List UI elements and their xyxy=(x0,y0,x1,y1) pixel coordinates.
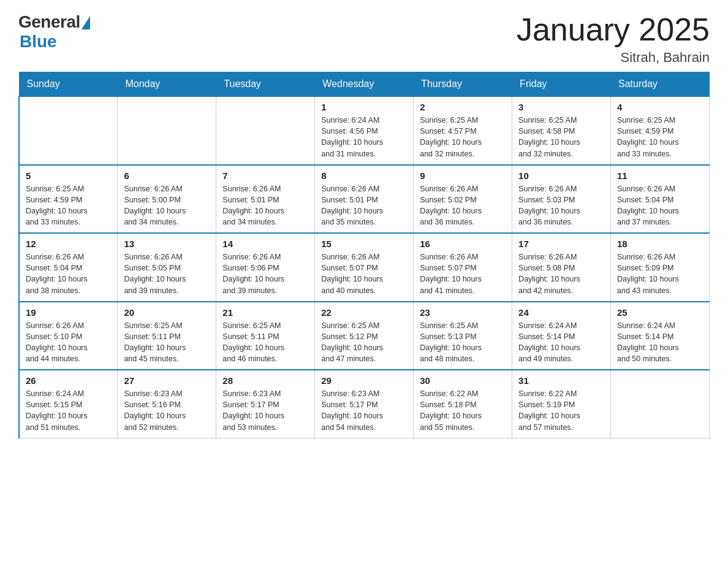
week-row-2: 5Sunrise: 6:25 AM Sunset: 4:59 PM Daylig… xyxy=(19,165,710,234)
day-info: Sunrise: 6:26 AM Sunset: 5:04 PM Dayligh… xyxy=(617,183,703,228)
day-info: Sunrise: 6:26 AM Sunset: 5:07 PM Dayligh… xyxy=(420,251,506,296)
logo-triangle-icon xyxy=(82,16,90,29)
calendar-cell: 27Sunrise: 6:23 AM Sunset: 5:16 PM Dayli… xyxy=(118,370,216,438)
calendar-header-monday: Monday xyxy=(118,72,216,97)
day-number: 11 xyxy=(617,170,703,181)
calendar-cell: 21Sunrise: 6:25 AM Sunset: 5:11 PM Dayli… xyxy=(216,302,315,370)
day-info: Sunrise: 6:24 AM Sunset: 5:14 PM Dayligh… xyxy=(617,320,703,365)
day-number: 7 xyxy=(222,170,308,181)
day-info: Sunrise: 6:25 AM Sunset: 4:58 PM Dayligh… xyxy=(518,115,604,159)
day-info: Sunrise: 6:25 AM Sunset: 5:12 PM Dayligh… xyxy=(321,320,407,365)
day-number: 22 xyxy=(321,307,407,318)
day-info: Sunrise: 6:25 AM Sunset: 4:59 PM Dayligh… xyxy=(26,183,111,228)
day-number: 9 xyxy=(420,170,506,181)
calendar-cell: 2Sunrise: 6:25 AM Sunset: 4:57 PM Daylig… xyxy=(414,96,512,165)
day-info: Sunrise: 6:25 AM Sunset: 4:57 PM Dayligh… xyxy=(420,115,506,159)
calendar-cell xyxy=(19,96,118,165)
calendar-header-row: SundayMondayTuesdayWednesdayThursdayFrid… xyxy=(19,72,710,97)
calendar-cell xyxy=(611,370,710,438)
day-info: Sunrise: 6:26 AM Sunset: 5:10 PM Dayligh… xyxy=(26,320,111,365)
day-number: 12 xyxy=(26,239,111,249)
calendar-cell: 6Sunrise: 6:26 AM Sunset: 5:00 PM Daylig… xyxy=(118,165,216,234)
day-info: Sunrise: 6:24 AM Sunset: 4:56 PM Dayligh… xyxy=(321,115,407,159)
calendar-cell: 23Sunrise: 6:25 AM Sunset: 5:13 PM Dayli… xyxy=(414,302,512,370)
calendar-cell: 19Sunrise: 6:26 AM Sunset: 5:10 PM Dayli… xyxy=(19,302,118,370)
day-info: Sunrise: 6:26 AM Sunset: 5:07 PM Dayligh… xyxy=(321,251,407,296)
calendar-cell: 13Sunrise: 6:26 AM Sunset: 5:05 PM Dayli… xyxy=(118,233,216,302)
month-title: January 2025 xyxy=(517,12,710,47)
calendar-cell: 25Sunrise: 6:24 AM Sunset: 5:14 PM Dayli… xyxy=(611,302,710,370)
calendar-cell: 31Sunrise: 6:22 AM Sunset: 5:19 PM Dayli… xyxy=(512,370,611,438)
day-info: Sunrise: 6:26 AM Sunset: 5:03 PM Dayligh… xyxy=(518,183,604,228)
day-info: Sunrise: 6:25 AM Sunset: 5:11 PM Dayligh… xyxy=(222,320,308,365)
day-info: Sunrise: 6:24 AM Sunset: 5:14 PM Dayligh… xyxy=(518,320,604,365)
day-number: 6 xyxy=(124,170,210,181)
calendar-cell: 1Sunrise: 6:24 AM Sunset: 4:56 PM Daylig… xyxy=(315,96,414,165)
day-number: 30 xyxy=(420,375,506,386)
day-number: 23 xyxy=(420,307,506,318)
day-info: Sunrise: 6:26 AM Sunset: 5:09 PM Dayligh… xyxy=(617,251,703,296)
day-info: Sunrise: 6:26 AM Sunset: 5:01 PM Dayligh… xyxy=(222,183,308,228)
location: Sitrah, Bahrain xyxy=(517,50,710,66)
day-number: 14 xyxy=(222,239,308,249)
calendar-cell: 20Sunrise: 6:25 AM Sunset: 5:11 PM Dayli… xyxy=(118,302,216,370)
calendar-cell: 18Sunrise: 6:26 AM Sunset: 5:09 PM Dayli… xyxy=(611,233,710,302)
calendar-cell: 11Sunrise: 6:26 AM Sunset: 5:04 PM Dayli… xyxy=(611,165,710,234)
calendar-cell xyxy=(216,96,315,165)
week-row-4: 19Sunrise: 6:26 AM Sunset: 5:10 PM Dayli… xyxy=(19,302,710,370)
calendar-cell: 16Sunrise: 6:26 AM Sunset: 5:07 PM Dayli… xyxy=(414,233,512,302)
calendar-header-thursday: Thursday xyxy=(414,72,512,97)
day-number: 5 xyxy=(26,170,111,181)
day-number: 4 xyxy=(617,102,703,112)
day-info: Sunrise: 6:24 AM Sunset: 5:15 PM Dayligh… xyxy=(26,388,111,433)
day-number: 13 xyxy=(124,239,210,249)
day-number: 28 xyxy=(222,375,308,386)
calendar-cell: 15Sunrise: 6:26 AM Sunset: 5:07 PM Dayli… xyxy=(315,233,414,302)
calendar-header-sunday: Sunday xyxy=(19,72,118,97)
day-info: Sunrise: 6:26 AM Sunset: 5:04 PM Dayligh… xyxy=(26,251,111,296)
calendar-cell: 24Sunrise: 6:24 AM Sunset: 5:14 PM Dayli… xyxy=(512,302,611,370)
calendar-cell: 29Sunrise: 6:23 AM Sunset: 5:17 PM Dayli… xyxy=(315,370,414,438)
day-number: 3 xyxy=(518,102,604,112)
calendar-cell: 4Sunrise: 6:25 AM Sunset: 4:59 PM Daylig… xyxy=(611,96,710,165)
day-info: Sunrise: 6:25 AM Sunset: 5:13 PM Dayligh… xyxy=(420,320,506,365)
day-info: Sunrise: 6:23 AM Sunset: 5:16 PM Dayligh… xyxy=(124,388,210,433)
calendar-cell: 7Sunrise: 6:26 AM Sunset: 5:01 PM Daylig… xyxy=(216,165,315,234)
day-info: Sunrise: 6:26 AM Sunset: 5:06 PM Dayligh… xyxy=(222,251,308,296)
calendar-table: SundayMondayTuesdayWednesdayThursdayFrid… xyxy=(18,72,710,439)
day-info: Sunrise: 6:26 AM Sunset: 5:08 PM Dayligh… xyxy=(518,251,604,296)
logo-blue-text: Blue xyxy=(20,32,57,52)
calendar-cell: 14Sunrise: 6:26 AM Sunset: 5:06 PM Dayli… xyxy=(216,233,315,302)
day-info: Sunrise: 6:26 AM Sunset: 5:02 PM Dayligh… xyxy=(420,183,506,228)
day-number: 31 xyxy=(518,375,604,386)
day-number: 17 xyxy=(518,239,604,249)
week-row-3: 12Sunrise: 6:26 AM Sunset: 5:04 PM Dayli… xyxy=(19,233,710,302)
calendar-cell: 26Sunrise: 6:24 AM Sunset: 5:15 PM Dayli… xyxy=(19,370,118,438)
calendar-header-saturday: Saturday xyxy=(611,72,710,97)
day-info: Sunrise: 6:23 AM Sunset: 5:17 PM Dayligh… xyxy=(222,388,308,433)
day-number: 24 xyxy=(518,307,604,318)
calendar-cell: 9Sunrise: 6:26 AM Sunset: 5:02 PM Daylig… xyxy=(414,165,512,234)
day-info: Sunrise: 6:26 AM Sunset: 5:00 PM Dayligh… xyxy=(124,183,210,228)
day-number: 2 xyxy=(420,102,506,112)
page-header: General Blue January 2025 Sitrah, Bahrai… xyxy=(18,12,710,66)
day-number: 29 xyxy=(321,375,407,386)
day-number: 15 xyxy=(321,239,407,249)
day-info: Sunrise: 6:23 AM Sunset: 5:17 PM Dayligh… xyxy=(321,388,407,433)
day-number: 1 xyxy=(321,102,407,112)
logo: General Blue xyxy=(18,12,90,52)
calendar-cell xyxy=(118,96,216,165)
day-number: 10 xyxy=(518,170,604,181)
day-number: 19 xyxy=(26,307,111,318)
calendar-header-tuesday: Tuesday xyxy=(216,72,315,97)
day-number: 26 xyxy=(26,375,111,386)
day-info: Sunrise: 6:22 AM Sunset: 5:19 PM Dayligh… xyxy=(518,388,604,433)
calendar-cell: 28Sunrise: 6:23 AM Sunset: 5:17 PM Dayli… xyxy=(216,370,315,438)
day-number: 16 xyxy=(420,239,506,249)
calendar-cell: 12Sunrise: 6:26 AM Sunset: 5:04 PM Dayli… xyxy=(19,233,118,302)
calendar-cell: 8Sunrise: 6:26 AM Sunset: 5:01 PM Daylig… xyxy=(315,165,414,234)
calendar-header-friday: Friday xyxy=(512,72,611,97)
calendar-cell: 3Sunrise: 6:25 AM Sunset: 4:58 PM Daylig… xyxy=(512,96,611,165)
week-row-1: 1Sunrise: 6:24 AM Sunset: 4:56 PM Daylig… xyxy=(19,96,710,165)
day-info: Sunrise: 6:25 AM Sunset: 4:59 PM Dayligh… xyxy=(617,115,703,159)
